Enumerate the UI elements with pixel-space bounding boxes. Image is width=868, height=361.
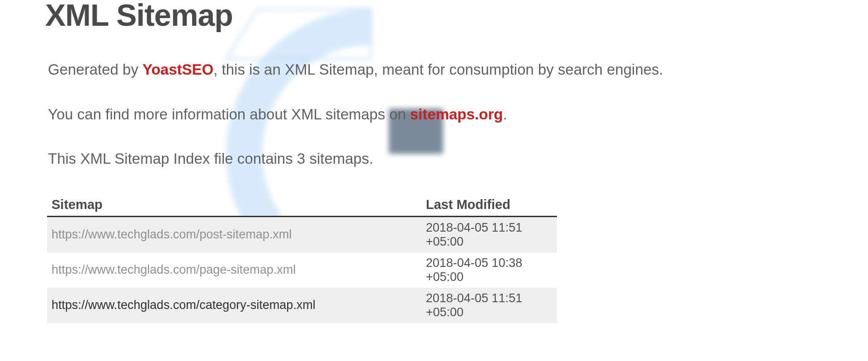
table-row: https://www.techglads.com/page-sitemap.x…: [47, 252, 557, 288]
table-row: https://www.techglads.com/post-sitemap.x…: [47, 216, 557, 252]
info-text: You can find more information about XML …: [48, 104, 820, 125]
sitemap-modified: 2018-04-05 11:51 +05:00: [421, 288, 557, 323]
intro-text: Generated by YoastSEO, this is an XML Si…: [48, 60, 820, 80]
col-header-modified: Last Modified: [421, 194, 557, 217]
sitemap-modified: 2018-04-05 10:38 +05:00: [421, 252, 557, 288]
table-row: https://www.techglads.com/category-sitem…: [47, 288, 557, 323]
intro-prefix: Generated by: [48, 61, 142, 78]
yoastseo-link[interactable]: YoastSEO: [142, 61, 213, 78]
sitemap-modified: 2018-04-05 11:51 +05:00: [421, 216, 557, 252]
info-suffix: .: [503, 106, 507, 123]
col-header-sitemap: Sitemap: [47, 194, 421, 217]
sitemap-link[interactable]: https://www.techglads.com/page-sitemap.x…: [52, 263, 296, 276]
page-title: XML Sitemap: [45, 0, 823, 33]
sitemap-count-text: This XML Sitemap Index file contains 3 s…: [48, 149, 820, 169]
sitemaps-org-link[interactable]: sitemaps.org: [410, 106, 503, 123]
sitemap-table: Sitemap Last Modified https://www.techgl…: [47, 194, 557, 323]
sitemap-link[interactable]: https://www.techglads.com/category-sitem…: [52, 298, 316, 312]
info-prefix: You can find more information about XML …: [48, 106, 410, 123]
sitemap-link[interactable]: https://www.techglads.com/post-sitemap.x…: [52, 228, 292, 241]
intro-suffix: , this is an XML Sitemap, meant for cons…: [213, 61, 663, 78]
